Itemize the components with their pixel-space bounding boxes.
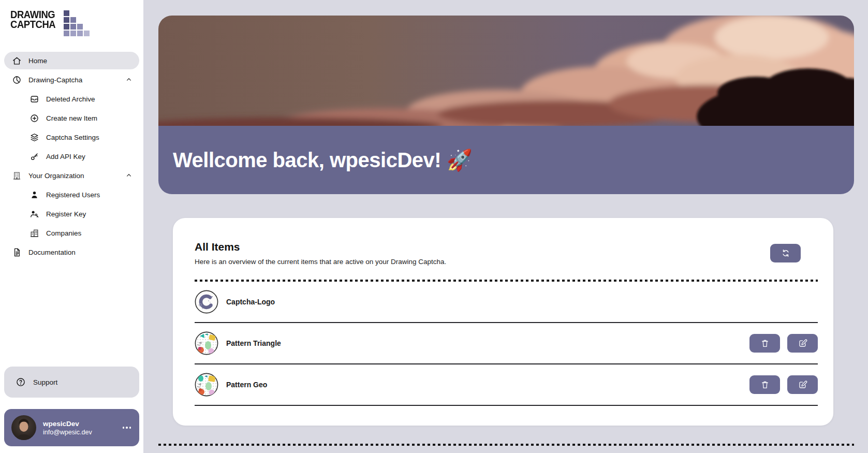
sidebar-item-label: Register Key bbox=[46, 210, 86, 218]
archive-icon bbox=[29, 94, 39, 104]
layers-icon bbox=[29, 132, 39, 142]
hero-strip: Wellcome back, wpesicDev! 🚀 bbox=[158, 126, 854, 194]
bottom-dotted-divider bbox=[158, 444, 854, 446]
main-content: Wellcome back, wpesicDev! 🚀 All Items He… bbox=[143, 0, 868, 453]
user-menu-ellipsis-icon[interactable] bbox=[122, 423, 133, 432]
sidebar-item-label: Documentation bbox=[28, 249, 76, 256]
item-label: Captcha-Logo bbox=[226, 298, 275, 306]
support-label: Support bbox=[33, 378, 57, 386]
sidebar-item-drawing-captcha[interactable]: Drawing-Captcha bbox=[4, 71, 139, 89]
sidebar-item-documentation[interactable]: Documentation bbox=[4, 243, 139, 261]
document-icon bbox=[11, 247, 22, 257]
sidebar-item-add-api-key[interactable]: Add API Key bbox=[4, 148, 139, 165]
captcha-logo-thumbnail bbox=[195, 290, 218, 314]
sidebar-item-your-organization[interactable]: Your Organization bbox=[4, 167, 139, 184]
items-list: Captcha-Logo Pattern Triangle bbox=[195, 282, 818, 406]
pattern-triangle-thumbnail bbox=[195, 331, 218, 355]
chevron-up-icon[interactable] bbox=[126, 172, 132, 179]
refresh-icon bbox=[781, 249, 790, 258]
sidebar-item-label: Home bbox=[28, 57, 47, 65]
card-header: All Items Here is an overview of the cur… bbox=[195, 241, 818, 266]
sidebar-item-deleted-archive[interactable]: Deleted Archive bbox=[4, 90, 139, 108]
card-title: All Items bbox=[195, 241, 446, 253]
edit-item-button[interactable] bbox=[787, 375, 818, 394]
user-meta: wpesicDev info@wpesic.dev bbox=[43, 420, 92, 436]
sidebar-item-home[interactable]: Home bbox=[4, 52, 139, 69]
edit-icon bbox=[798, 339, 807, 348]
all-items-card: All Items Here is an overview of the cur… bbox=[173, 218, 833, 426]
pie-chart-icon bbox=[11, 75, 22, 85]
sidebar-item-companies[interactable]: Companies bbox=[4, 224, 139, 242]
person-key-icon bbox=[29, 209, 39, 219]
chevron-up-icon[interactable] bbox=[126, 77, 132, 83]
buildings-icon bbox=[29, 228, 39, 238]
trash-icon bbox=[760, 339, 770, 348]
sidebar: DRAWING CAPTCHA Home Drawing-Captcha bbox=[0, 0, 143, 453]
hero-banner: Wellcome back, wpesicDev! 🚀 bbox=[158, 16, 854, 194]
sidebar-item-label: Add API Key bbox=[46, 153, 85, 160]
card-subtitle: Here is an overview of the current items… bbox=[195, 258, 446, 266]
question-circle-icon bbox=[16, 377, 26, 387]
logo-pixel-blocks-icon bbox=[64, 10, 90, 36]
item-row-pattern-triangle: Pattern Triangle bbox=[195, 323, 818, 363]
app-logo: DRAWING CAPTCHA bbox=[10, 9, 139, 38]
delete-item-button[interactable] bbox=[749, 334, 780, 353]
avatar bbox=[11, 415, 36, 440]
row-actions bbox=[749, 334, 818, 353]
app-logo-text: DRAWING CAPTCHA bbox=[10, 9, 55, 30]
sidebar-item-label: Drawing-Captcha bbox=[28, 76, 82, 84]
pattern-geo-thumbnail bbox=[195, 373, 218, 397]
sidebar-item-label: Your Organization bbox=[28, 172, 84, 180]
sidebar-item-label: Create new Item bbox=[46, 114, 97, 122]
sidebar-item-captcha-settings[interactable]: Captcha Settings bbox=[4, 128, 139, 146]
item-row-captcha-logo: Captcha-Logo bbox=[195, 282, 818, 322]
sidebar-nav: Home Drawing-Captcha Deleted Archive Cre… bbox=[4, 52, 139, 261]
delete-item-button[interactable] bbox=[749, 375, 780, 394]
hero-title: Wellcome back, wpesicDev! 🚀 bbox=[173, 148, 472, 172]
logo-line-2: CAPTCHA bbox=[10, 19, 55, 29]
sidebar-item-registered-users[interactable]: Registered Users bbox=[4, 186, 139, 203]
support-button[interactable]: Support bbox=[4, 367, 139, 398]
building-icon bbox=[11, 170, 22, 181]
row-divider bbox=[195, 405, 818, 406]
edit-item-button[interactable] bbox=[787, 334, 818, 353]
sidebar-item-label: Captcha Settings bbox=[46, 134, 99, 141]
sidebar-item-label: Deleted Archive bbox=[46, 95, 95, 103]
user-name: wpesicDev bbox=[43, 420, 92, 428]
item-label: Pattern Triangle bbox=[226, 339, 281, 347]
home-icon bbox=[11, 55, 22, 66]
person-icon bbox=[29, 189, 39, 200]
sunset-clouds-image bbox=[158, 16, 854, 126]
row-actions bbox=[749, 375, 818, 394]
item-row-pattern-geo: Pattern Geo bbox=[195, 364, 818, 405]
key-icon bbox=[29, 151, 39, 162]
plus-circle-icon bbox=[29, 113, 39, 123]
edit-icon bbox=[798, 380, 807, 389]
trash-icon bbox=[760, 380, 770, 389]
refresh-button[interactable] bbox=[770, 244, 801, 262]
sidebar-item-register-key[interactable]: Register Key bbox=[4, 205, 139, 223]
user-profile-card: wpesicDev info@wpesic.dev bbox=[4, 409, 139, 446]
sidebar-item-label: Companies bbox=[46, 229, 81, 237]
sidebar-item-label: Registered Users bbox=[46, 191, 100, 199]
user-email: info@wpesic.dev bbox=[43, 429, 92, 436]
item-label: Pattern Geo bbox=[226, 381, 267, 389]
sidebar-item-create-new-item[interactable]: Create new Item bbox=[4, 109, 139, 127]
